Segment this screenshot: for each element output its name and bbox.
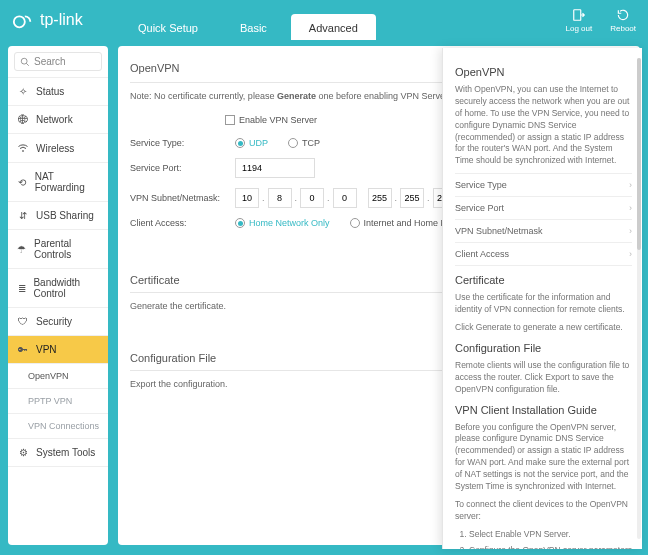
logout-button[interactable]: Log out	[566, 8, 593, 33]
brand-logo: tp-link	[12, 9, 83, 31]
radio-tcp[interactable]: TCP	[288, 138, 320, 148]
mask-oct-2[interactable]	[400, 188, 424, 208]
help-intro: With OpenVPN, you can use the Internet t…	[455, 84, 632, 167]
help-guide-intro: Before you configure the OpenVPN server,…	[455, 422, 632, 493]
help-cfg-p: Remote clients will use the configuratio…	[455, 360, 632, 396]
tab-basic[interactable]: Basic	[222, 14, 285, 40]
subnet-oct-2[interactable]	[268, 188, 292, 208]
sidebar-item-status[interactable]: ✧Status	[8, 78, 108, 106]
sidebar-sub-pptp[interactable]: PPTP VPN	[8, 389, 108, 414]
help-row-service-port[interactable]: Service Port›	[455, 196, 632, 219]
key-icon: 🔑︎	[16, 344, 30, 355]
help-guide-title: VPN Client Installation Guide	[455, 404, 632, 416]
help-panel: OpenVPN With OpenVPN, you can use the In…	[442, 48, 642, 549]
sidebar-sub-vpnconn[interactable]: VPN Connections	[8, 414, 108, 439]
sidebar-item-vpn[interactable]: 🔑︎VPN	[8, 336, 108, 364]
shield-icon: 🛡︎	[16, 316, 30, 327]
service-port-input[interactable]	[235, 158, 315, 178]
service-type-label: Service Type:	[130, 138, 225, 148]
tab-quick-setup[interactable]: Quick Setup	[120, 14, 216, 40]
help-row-client-access[interactable]: Client Access›	[455, 242, 632, 266]
subnet-oct-4[interactable]	[333, 188, 357, 208]
radio-udp[interactable]: UDP	[235, 138, 268, 148]
nat-icon: ⟲	[16, 177, 29, 188]
mask-oct-1[interactable]	[368, 188, 392, 208]
reboot-button[interactable]: Reboot	[610, 8, 636, 33]
sidebar-item-bandwidth[interactable]: ≣Bandwidth Control	[8, 269, 108, 308]
help-cert-p1: Use the certificate for the information …	[455, 292, 632, 316]
section-cert-title: Certificate	[130, 274, 180, 286]
help-cert-p2: Click Generate to generate a new certifi…	[455, 322, 632, 334]
reboot-icon	[615, 8, 631, 22]
subnet-oct-1[interactable]	[235, 188, 259, 208]
section-openvpn-title: OpenVPN	[130, 62, 180, 74]
svg-rect-1	[574, 9, 581, 20]
radio-home-only[interactable]: Home Network Only	[235, 218, 330, 228]
help-guide-lead: To connect the client devices to the Ope…	[455, 499, 632, 523]
svg-point-3	[23, 151, 24, 152]
sidebar-item-security[interactable]: 🛡︎Security	[8, 308, 108, 336]
sidebar: Search ✧Status 🌐︎Network Wireless ⟲NAT F…	[8, 46, 108, 545]
search-container: Search	[8, 46, 108, 78]
sidebar-item-usb[interactable]: ⇵USB Sharing	[8, 202, 108, 230]
help-scrollbar[interactable]	[637, 58, 641, 539]
subnet-oct-3[interactable]	[300, 188, 324, 208]
subnet-label: VPN Subnet/Netmask:	[130, 193, 225, 203]
tplink-icon	[12, 9, 34, 31]
sidebar-item-wireless[interactable]: Wireless	[8, 134, 108, 163]
search-icon	[20, 57, 30, 67]
sidebar-item-system[interactable]: ⚙System Tools	[8, 439, 108, 467]
help-row-subnet[interactable]: VPN Subnet/Netmask›	[455, 219, 632, 242]
help-cfg-title: Configuration File	[455, 342, 632, 354]
parental-icon: ☂	[16, 244, 28, 255]
chevron-right-icon: ›	[629, 249, 632, 259]
gear-icon: ⚙	[16, 447, 30, 458]
sidebar-item-nat[interactable]: ⟲NAT Forwarding	[8, 163, 108, 202]
help-title: OpenVPN	[455, 66, 632, 78]
brand-text: tp-link	[40, 11, 83, 29]
chevron-right-icon: ›	[629, 226, 632, 236]
help-guide-steps: Select Enable VPN Server. Configure the …	[455, 529, 632, 549]
globe-icon: 🌐︎	[16, 114, 30, 125]
help-row-service-type[interactable]: Service Type›	[455, 173, 632, 196]
section-cfg-title: Configuration File	[130, 352, 216, 364]
sidebar-item-parental[interactable]: ☂Parental Controls	[8, 230, 108, 269]
search-input[interactable]: Search	[14, 52, 102, 71]
tab-advanced[interactable]: Advanced	[291, 14, 376, 40]
bandwidth-icon: ≣	[16, 283, 27, 294]
checkbox-icon	[225, 115, 235, 125]
chevron-right-icon: ›	[629, 180, 632, 190]
wifi-icon	[16, 142, 30, 154]
service-port-label: Service Port:	[130, 163, 225, 173]
status-icon: ✧	[16, 86, 30, 97]
sidebar-sub-openvpn[interactable]: OpenVPN	[8, 364, 108, 389]
usb-icon: ⇵	[16, 210, 30, 221]
help-cert-title: Certificate	[455, 274, 632, 286]
client-access-label: Client Access:	[130, 218, 225, 228]
chevron-right-icon: ›	[629, 203, 632, 213]
svg-point-2	[21, 58, 27, 64]
svg-point-0	[14, 16, 25, 27]
main-tabs: Quick Setup Basic Advanced	[0, 14, 648, 40]
logout-icon	[571, 8, 587, 22]
sidebar-item-network[interactable]: 🌐︎Network	[8, 106, 108, 134]
